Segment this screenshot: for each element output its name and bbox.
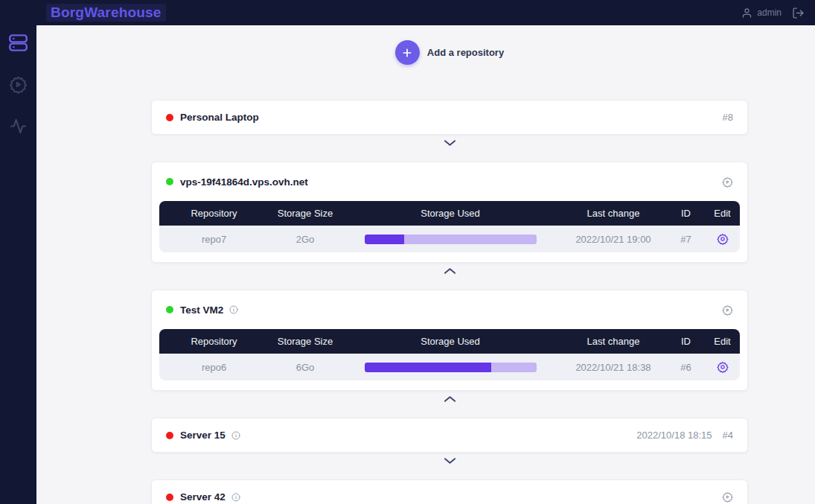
wizard-gear-icon[interactable]: [722, 304, 733, 316]
col-edit: Edit: [704, 336, 740, 347]
col-last-change: Last change: [559, 208, 668, 219]
add-repository-label: Add a repository: [427, 47, 504, 58]
repo-card-vps: vps-19f41864d.vps.ovh.net Repository Sto…: [151, 162, 748, 263]
chevron-up-icon[interactable]: [439, 395, 461, 403]
sidebar-item-setup-wizard[interactable]: [8, 75, 29, 96]
repo-card-header[interactable]: vps-19f41864d.vps.ovh.net: [152, 162, 747, 201]
expand-toggle-row: [151, 266, 748, 276]
repo-card-personal-laptop: Personal Laptop #8: [151, 100, 748, 135]
chevron-up-icon[interactable]: [439, 267, 461, 275]
wizard-gear-icon[interactable]: [722, 491, 733, 503]
info-icon[interactable]: [231, 493, 240, 502]
edit-cell: [704, 233, 740, 245]
progress-bar-track: [365, 235, 537, 244]
col-storage-used: Storage Used: [342, 208, 559, 219]
chevron-down-icon[interactable]: [439, 139, 461, 147]
col-storage-size: Storage Size: [269, 336, 342, 347]
progress-bar-fill: [365, 363, 492, 372]
repo-card-header[interactable]: Server 42: [152, 480, 747, 504]
info-icon[interactable]: [229, 305, 238, 314]
storage-used-cell: [342, 363, 559, 372]
gear-play-icon: [9, 75, 28, 97]
col-last-change: Last change: [559, 336, 668, 347]
repo-id-label: #8: [723, 112, 733, 123]
expand-toggle-row: [151, 394, 748, 404]
sidebar-item-repositories[interactable]: [8, 34, 29, 54]
table-header-row: Repository Storage Size Storage Used Las…: [159, 201, 740, 226]
last-change-cell: 2022/10/21 19:00: [559, 234, 668, 245]
storage-used-cell: [342, 235, 559, 244]
repo-name: Server 42: [180, 491, 226, 503]
repo-cell: repo6: [159, 362, 269, 373]
repo-name: Personal Laptop: [180, 112, 259, 123]
repo-table: Repository Storage Size Storage Used Las…: [159, 329, 740, 380]
user-area: admin: [741, 7, 805, 19]
repo-name: vps-19f41864d.vps.ovh.net: [180, 176, 308, 188]
repo-name: Server 15: [180, 430, 226, 441]
activity-icon: [10, 118, 27, 138]
size-cell: 6Go: [269, 362, 342, 373]
edit-gear-icon[interactable]: [717, 361, 729, 373]
chevron-down-icon[interactable]: [439, 457, 461, 465]
expand-toggle-row: [151, 138, 748, 148]
expand-toggle-row: [151, 456, 748, 466]
repo-cell: repo7: [159, 234, 269, 245]
user-icon: [741, 7, 752, 19]
repo-id-label: #4: [723, 430, 733, 441]
table-row: repo6 6Go 2022/10/21 18:38 #6: [159, 354, 740, 380]
logout-icon[interactable]: [792, 7, 805, 19]
progress-bar-fill: [365, 235, 404, 244]
edit-gear-icon[interactable]: [717, 233, 729, 245]
progress-bar-track: [365, 363, 537, 372]
repo-card-header[interactable]: Server 15 2022/10/18 18:15 #4: [152, 418, 747, 452]
username-label: admin: [757, 7, 782, 18]
repo-name: Test VM2: [180, 304, 223, 316]
col-id: ID: [668, 336, 704, 347]
top-bar: BorgWarehouse admin: [0, 0, 815, 25]
repo-card-header[interactable]: Test VM2: [152, 290, 747, 329]
status-dot-error: [166, 114, 173, 121]
repo-card-server-42: Server 42: [151, 479, 748, 504]
col-storage-used: Storage Used: [342, 336, 559, 347]
table-header-row: Repository Storage Size Storage Used Las…: [159, 329, 740, 354]
repo-card-header[interactable]: Personal Laptop #8: [152, 101, 747, 134]
sidebar: [0, 0, 36, 504]
status-dot-ok: [166, 178, 173, 185]
last-change-cell: 2022/10/21 18:38: [559, 362, 668, 373]
status-dot-error: [166, 432, 173, 439]
status-dot-error: [166, 494, 173, 501]
edit-cell: [704, 361, 740, 373]
col-storage-size: Storage Size: [269, 208, 342, 219]
plus-icon: [395, 40, 420, 65]
repo-card-test-vm2: Test VM2 Repository Storage Size Storage…: [151, 290, 748, 391]
main-content: Add a repository Personal Laptop #8 vps-…: [36, 25, 815, 504]
repo-table: Repository Storage Size Storage Used Las…: [159, 201, 740, 252]
table-row: repo7 2Go 2022/10/21 19:00 #7: [159, 226, 740, 252]
col-id: ID: [668, 208, 704, 219]
status-dot-ok: [166, 306, 173, 313]
size-cell: 2Go: [269, 234, 342, 245]
col-edit: Edit: [704, 208, 740, 219]
add-repository-button[interactable]: Add a repository: [151, 40, 748, 65]
col-repository: Repository: [159, 208, 269, 219]
sidebar-item-monitoring[interactable]: [8, 117, 29, 138]
server-icon: [8, 33, 28, 56]
id-cell: #7: [668, 234, 704, 245]
repo-card-server-15: Server 15 2022/10/18 18:15 #4: [151, 418, 748, 453]
info-icon[interactable]: [231, 431, 240, 440]
last-change-label: 2022/10/18 18:15: [636, 430, 712, 441]
col-repository: Repository: [159, 336, 269, 347]
wizard-gear-icon[interactable]: [722, 176, 733, 188]
id-cell: #6: [668, 362, 704, 373]
app-logo: BorgWarehouse: [46, 4, 166, 22]
